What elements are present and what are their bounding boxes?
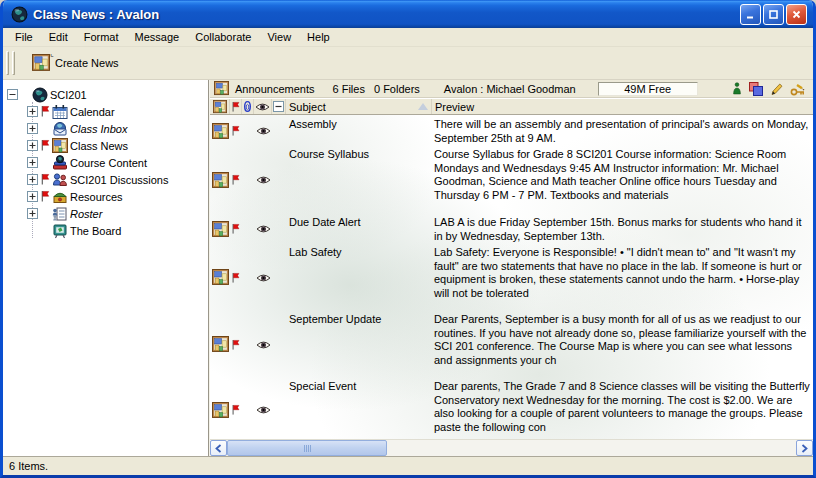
expand-icon[interactable] [27,157,38,168]
window-title: Class News : Avalon [33,7,740,22]
tree-item-class-news[interactable]: Class News [3,137,208,154]
scroll-left-button[interactable] [210,440,227,456]
message-subject: Assembly [286,117,432,145]
new-badge-icon: ⌞ [50,50,54,58]
news-item-icon [212,402,229,419]
expand-icon[interactable] [27,174,38,185]
menu-message[interactable]: Message [127,29,188,45]
message-row[interactable]: Course Syllabus Course Syllabus for Grad… [210,145,813,213]
message-preview: There will be an assembly and presentati… [432,117,813,145]
viewed-eye-icon [256,405,271,415]
close-button[interactable] [786,4,807,25]
message-row[interactable]: Assembly There will be an assembly and p… [210,115,813,145]
roster-icon [52,206,68,222]
column-header-row: Subject Preview [210,98,813,115]
message-subject: Special Event [286,379,432,439]
key-pencil-icon [790,82,807,96]
message-row[interactable]: Lab Safety Lab Safety: Everyone is Respo… [210,243,813,310]
permission-icons [732,82,807,96]
flag-column-icon [231,101,241,113]
flag-icon [231,174,241,186]
inbox-icon [52,121,68,137]
column-item-icon[interactable] [210,99,230,114]
news-icon [52,138,68,154]
folders-count: 0 Folders [374,83,420,95]
message-row[interactable]: Special Event Dear parents, The Grade 7 … [210,377,813,439]
column-attachment[interactable] [242,99,254,114]
tree-item-resources[interactable]: Resources [3,188,208,205]
message-subject: Due Date Alert [286,215,432,243]
create-news-button[interactable]: ⌞ Create News [27,51,126,75]
expand-icon[interactable] [27,191,38,202]
flag-icon [231,404,241,416]
main-content: SCI201 Calendar [3,80,813,456]
tree-item-the-board[interactable]: The Board [3,222,208,239]
flag-icon [231,223,241,235]
viewed-eye-icon [256,273,271,283]
toolbar: ⌞ Create News [3,47,813,80]
layers-icon [749,82,763,96]
expand-icon[interactable] [27,140,38,151]
expand-icon[interactable] [27,106,38,117]
viewed-eye-icon [256,224,271,234]
tree-item-sci201[interactable]: SCI201 [3,86,208,103]
news-item-icon [212,221,229,238]
tree-item-calendar[interactable]: Calendar [3,103,208,120]
menu-help[interactable]: Help [299,29,338,45]
server-user-label: Avalon : Michael Goodman [444,83,576,95]
files-count: 6 Files [333,83,365,95]
message-preview: Dear Parents, September is a busy month … [432,312,813,377]
tree-item-roster[interactable]: Roster [3,205,208,222]
flag-icon [40,173,51,186]
menu-view[interactable]: View [259,29,299,45]
expand-icon[interactable] [27,208,38,219]
collapse-icon[interactable] [7,89,18,100]
menu-collaborate[interactable]: Collaborate [187,29,259,45]
maximize-button[interactable] [763,4,784,25]
column-viewed[interactable] [254,99,272,114]
menu-file[interactable]: File [7,29,41,45]
tree-item-course-content[interactable]: Course Content [3,154,208,171]
column-flag[interactable] [230,99,242,114]
menu-bar: File Edit Format Message Collaborate Vie… [3,28,813,47]
status-bar: 6 Items. [3,456,813,475]
message-row[interactable]: September Update Dear Parents, September… [210,310,813,377]
person-icon [732,82,742,95]
globe-icon [32,87,48,103]
tree-item-class-inbox[interactable]: Class Inbox [3,120,208,137]
collapse-box-icon [273,101,284,112]
news-column-icon [213,100,227,114]
paperclip-icon [243,100,252,113]
sort-ascending-icon [418,103,428,110]
column-preview[interactable]: Preview [432,99,813,114]
flag-icon [231,339,241,351]
toolbar-gripper[interactable] [12,51,15,75]
flag-icon [231,272,241,284]
free-space-indicator: 49M Free [598,82,698,96]
pencil-icon [770,82,783,96]
announcements-panel: Announcements 6 Files 0 Folders Avalon :… [210,80,813,456]
scrollbar-thumb[interactable] [227,440,387,456]
discussions-icon [52,172,68,188]
scroll-right-button[interactable] [796,440,813,456]
panel-header: Announcements 6 Files 0 Folders Avalon :… [210,80,813,98]
horizontal-scrollbar[interactable] [210,439,813,456]
message-subject: Course Syllabus [286,147,432,213]
message-preview: Course Syllabus for Grade 8 SCI201 Cours… [432,147,813,213]
news-item-icon [212,123,229,140]
panel-title: Announcements [235,83,315,95]
expand-icon[interactable] [27,123,38,134]
minimize-button[interactable] [740,4,761,25]
announcements-icon [214,81,229,96]
menu-format[interactable]: Format [76,29,127,45]
message-row[interactable]: Due Date Alert LAB A is due Friday Septe… [210,213,813,243]
viewed-eye-icon [256,175,271,185]
tree-item-discussions[interactable]: SCI201 Discussions [3,171,208,188]
message-list: Assembly There will be an assembly and p… [210,115,813,439]
board-icon [52,223,68,239]
column-subject[interactable]: Subject [286,99,432,114]
create-news-icon: ⌞ [32,54,50,72]
toolbar-gripper[interactable] [6,51,9,75]
collapse-all-button[interactable] [272,99,286,114]
menu-edit[interactable]: Edit [41,29,76,45]
